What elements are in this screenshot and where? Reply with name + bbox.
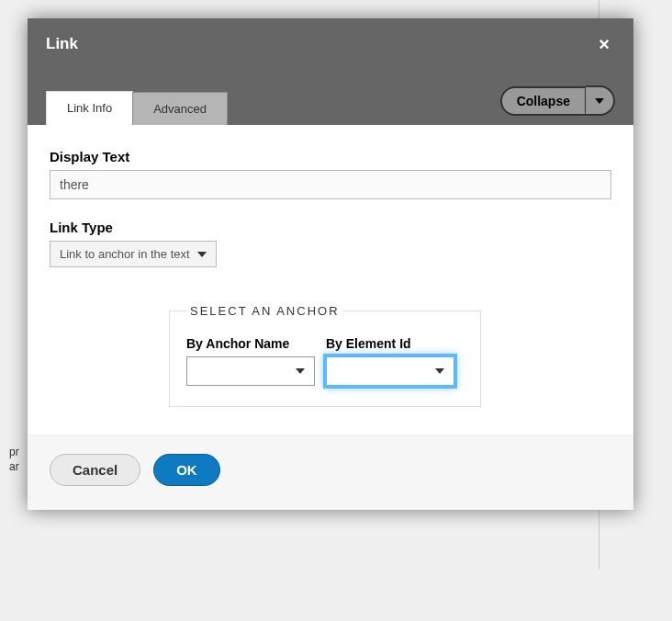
anchor-id-label: By Element Id — [326, 336, 454, 351]
anchor-fieldset: Select an anchor By Anchor Name By Eleme… — [169, 304, 481, 407]
collapse-button-group: Collapse — [500, 85, 615, 116]
collapse-dropdown-toggle[interactable] — [586, 85, 615, 116]
dialog-body: Display Text Link Type Link to anchor in… — [28, 125, 633, 435]
dialog-footer: Cancel OK — [28, 435, 633, 510]
anchor-row: By Anchor Name By Element Id — [186, 336, 464, 386]
dialog-header: Link × — [28, 18, 633, 70]
anchor-legend: Select an anchor — [186, 304, 343, 318]
tabs: Link Info Advanced — [46, 91, 227, 125]
display-text-label: Display Text — [50, 149, 611, 164]
chevron-down-icon — [595, 98, 604, 104]
link-type-select[interactable]: Link to anchor in the text — [50, 241, 217, 267]
tab-link-info[interactable]: Link Info — [46, 91, 133, 125]
link-dialog: Link × Link Info Advanced Collapse Displ… — [28, 18, 633, 510]
anchor-id-column: By Element Id — [326, 336, 454, 386]
display-text-input[interactable] — [50, 170, 611, 199]
tab-advanced[interactable]: Advanced — [132, 92, 228, 125]
cancel-button[interactable]: Cancel — [50, 454, 140, 486]
tab-bar: Link Info Advanced Collapse — [28, 70, 633, 125]
link-type-value: Link to anchor in the text — [60, 247, 190, 261]
anchor-name-label: By Anchor Name — [186, 336, 315, 351]
anchor-name-select[interactable] — [186, 356, 315, 386]
link-type-label: Link Type — [50, 220, 611, 235]
background-text-snippet: pr ar — [9, 446, 19, 474]
collapse-button[interactable]: Collapse — [500, 86, 586, 116]
chevron-down-icon — [197, 252, 207, 257]
anchor-name-column: By Anchor Name — [186, 336, 315, 386]
chevron-down-icon — [435, 368, 444, 374]
dialog-title: Link — [46, 35, 78, 53]
anchor-id-select[interactable] — [326, 356, 454, 386]
chevron-down-icon — [296, 368, 305, 374]
close-icon[interactable]: × — [593, 30, 615, 59]
ok-button[interactable]: OK — [153, 454, 220, 486]
